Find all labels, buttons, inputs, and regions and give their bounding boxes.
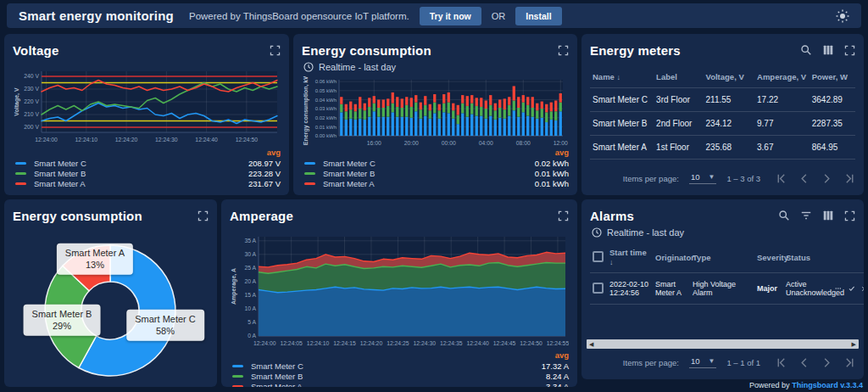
last-page-icon[interactable] (844, 357, 855, 368)
legend-item[interactable]: Smart Meter B223.28 V (13, 168, 281, 178)
column-header-label[interactable]: Label (654, 66, 703, 88)
energy-meters-pager: Items per page: 10▼ 1 – 3 of 3 (590, 168, 855, 188)
column-header-originator[interactable]: Originator (653, 242, 690, 273)
column-header-start-time[interactable]: Start time ↓ (607, 242, 653, 273)
svg-text:12:00: 12:00 (554, 140, 568, 146)
column-header-name[interactable]: Name ↓ (590, 66, 654, 88)
column-header-type[interactable]: Type (690, 242, 754, 273)
pie-label-smart-meter-a[interactable]: Smart Meter A13% (57, 244, 133, 275)
table-cell: 211.55 (704, 88, 755, 112)
legend-item[interactable]: Smart Meter A3.34 A (230, 381, 569, 387)
svg-text:240 V: 240 V (24, 73, 39, 79)
column-header-power-w[interactable]: Power, W (810, 66, 855, 88)
timewindow-label[interactable]: Realtime - last day (319, 62, 396, 72)
column-header-voltage-v[interactable]: Voltage, V (704, 66, 755, 88)
voltage-line-chart[interactable]: 200 V210 V220 V230 V240 VVoltage, V12:24… (13, 66, 281, 146)
try-it-now-button[interactable]: Try it now (420, 7, 481, 25)
fullscreen-icon[interactable] (558, 45, 569, 56)
svg-text:10 A: 10 A (244, 305, 256, 311)
alarm-row[interactable]: 2022-02-10 12:24:56Smart Meter AHigh Vol… (590, 273, 864, 305)
svg-text:12:24:25: 12:24:25 (387, 340, 409, 346)
svg-text:12:24:55: 12:24:55 (547, 340, 569, 346)
legend-series-name: Smart Meter A (34, 179, 248, 188)
legend-avg-value: 0.01 kWh (535, 169, 569, 178)
columns-icon[interactable] (822, 210, 834, 221)
legend-series-name: Smart Meter B (323, 169, 535, 178)
table-row[interactable]: Smart Meter A1st Floor235.683.67864.95 (590, 136, 855, 160)
acknowledge-check-icon[interactable] (849, 283, 855, 294)
column-header-status[interactable]: Status (783, 242, 832, 273)
amperage-area-chart[interactable]: 0 A5 A10 A15 A20 A25 A30 A35 AAmperage, … (230, 232, 569, 350)
energy-bars-title: Energy consumption (302, 43, 431, 58)
fullscreen-icon[interactable] (844, 45, 855, 56)
legend-avg-value: 8.24 A (546, 372, 569, 381)
table-row[interactable]: Smart Meter B2nd Floor234.129.772287.35 (590, 112, 855, 136)
svg-text:0.04 kWh: 0.04 kWh (315, 98, 337, 103)
timewindow-label[interactable]: Realtime - last day (607, 227, 684, 238)
column-header-severity[interactable]: Severity (754, 242, 783, 273)
fullscreen-icon[interactable] (558, 210, 569, 221)
next-page-icon[interactable] (821, 357, 832, 368)
svg-text:12:24:50: 12:24:50 (520, 340, 542, 346)
more-actions-icon[interactable] (835, 283, 842, 294)
pie-label-smart-meter-c[interactable]: Smart Meter C58% (126, 310, 204, 341)
search-icon[interactable] (778, 210, 790, 221)
theme-toggle-sun-icon[interactable] (836, 9, 849, 23)
legend-item[interactable]: Smart Meter A231.67 V (13, 178, 281, 188)
svg-text:5 A: 5 A (248, 319, 256, 325)
legend-avg-header: avg (13, 148, 281, 158)
legend-item[interactable]: Smart Meter C17.32 A (230, 361, 569, 371)
alarm-type: High Voltage Alarm (690, 273, 754, 305)
legend-item[interactable]: Smart Meter C0.02 kWh (302, 158, 569, 168)
voltage-widget: Voltage 200 V210 V220 V230 V240 VVoltage… (4, 34, 289, 195)
fullscreen-icon[interactable] (270, 45, 281, 56)
scroll-left-arrow-icon[interactable]: ◀ (589, 341, 593, 348)
legend-series-name: Smart Meter A (251, 382, 546, 388)
first-page-icon[interactable] (776, 173, 787, 184)
page-size-select[interactable]: 10▼ (689, 172, 717, 184)
columns-icon[interactable] (822, 44, 834, 56)
page-size-select[interactable]: 10▼ (689, 356, 717, 368)
search-icon[interactable] (800, 44, 812, 56)
prev-page-icon[interactable] (798, 357, 810, 368)
row-checkbox[interactable] (593, 283, 604, 294)
next-page-icon[interactable] (821, 173, 832, 184)
first-page-icon[interactable] (776, 357, 787, 368)
legend-item[interactable]: Smart Meter B0.01 kWh (302, 168, 569, 178)
legend-series-name: Smart Meter B (34, 169, 248, 178)
svg-text:230 V: 230 V (24, 86, 39, 92)
scroll-right-arrow-icon[interactable]: ▶ (852, 341, 856, 348)
energy-bar-chart[interactable]: 0.00 kWh0.01 kWh0.02 kWh0.03 kWh0.04 kWh… (302, 76, 569, 148)
fullscreen-icon[interactable] (844, 210, 855, 221)
alarm-status: Active Unacknowledged (783, 273, 832, 305)
filter-icon[interactable] (800, 210, 812, 221)
legend-swatch (15, 182, 26, 185)
table-row[interactable]: Smart Meter C3rd Floor211.5517.223642.89 (590, 88, 855, 112)
powered-by-label: Powered by (749, 381, 790, 389)
items-per-page-label: Items per page: (623, 174, 679, 183)
last-page-icon[interactable] (844, 173, 855, 184)
pie-label-smart-meter-b[interactable]: Smart Meter B29% (24, 305, 101, 336)
column-header-amperage-v[interactable]: Amperage, V (754, 66, 810, 88)
select-all-checkbox[interactable] (593, 251, 604, 262)
legend-item[interactable]: Smart Meter A0.01 kWh (302, 178, 569, 188)
svg-text:0.01 kWh: 0.01 kWh (315, 125, 337, 130)
fullscreen-icon[interactable] (198, 210, 209, 221)
legend-item[interactable]: Smart Meter B8.24 A (230, 371, 569, 381)
voltage-legend: avgSmart Meter C208.97 VSmart Meter B223… (13, 148, 281, 188)
legend-item[interactable]: Smart Meter C208.97 V (13, 158, 281, 168)
install-button[interactable]: Install (515, 7, 561, 25)
legend-series-name: Smart Meter C (251, 361, 542, 371)
horizontal-scrollbar[interactable]: ◀ ▶ (587, 339, 859, 349)
svg-text:20:00: 20:00 (404, 140, 419, 146)
legend-avg-value: 0.02 kWh (535, 159, 569, 168)
thingsboard-version-link[interactable]: Thingsboard v.3.3.4 (792, 381, 863, 389)
svg-text:15 A: 15 A (244, 292, 256, 298)
prev-page-icon[interactable] (798, 173, 810, 184)
clear-alarm-icon[interactable] (861, 284, 864, 294)
legend-swatch (304, 172, 315, 175)
legend-avg-header: avg (230, 350, 569, 361)
svg-text:00:00: 00:00 (442, 140, 456, 146)
svg-text:210 V: 210 V (24, 111, 39, 117)
svg-text:12:24:00: 12:24:00 (35, 137, 58, 143)
